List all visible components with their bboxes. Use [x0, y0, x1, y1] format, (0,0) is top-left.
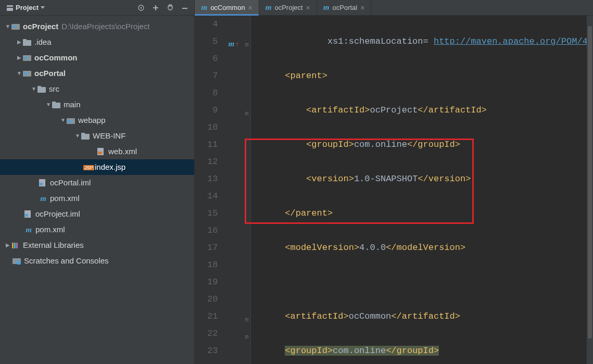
gear-icon[interactable]: [164, 2, 176, 14]
maven-file-icon: m: [323, 3, 330, 12]
tree-item-label: pom.xml: [50, 191, 80, 206]
tree-item-path: D:\IdeaProjects\ocProject: [61, 19, 149, 34]
line-number-gutter: 45 67 89 1011 1213 1415 1617 1819 2021 2…: [195, 16, 226, 364]
svg-point-20: [68, 120, 71, 123]
scratches-icon: [12, 257, 21, 265]
webapp-folder-icon: [67, 117, 75, 124]
tree-item-label: .idea: [34, 34, 52, 50]
tab-ocportal[interactable]: m ocPortal ×: [317, 0, 372, 15]
minimize-icon[interactable]: [179, 2, 191, 14]
module-icon: [23, 70, 31, 77]
tree-item-root[interactable]: ▼ ocProject D:\IdeaProjects\ocProject: [0, 19, 194, 34]
svg-rect-28: [25, 214, 28, 217]
folder-icon: [23, 39, 31, 46]
scrollbar-handle[interactable]: [588, 26, 592, 338]
tree-item-webapp[interactable]: ▼ webapp: [0, 112, 194, 128]
divider-icon: [149, 2, 162, 14]
tree-item-src[interactable]: ▼ src: [0, 81, 194, 97]
fold-icon[interactable]: ⊟: [245, 105, 249, 122]
tree-item-scratches[interactable]: Scratches and Consoles: [0, 253, 194, 269]
project-sidebar: Project ▼ ocProject D:\IdeaProjects\ocPr…: [0, 0, 195, 364]
tree-item-label: ocProject: [23, 19, 58, 34]
svg-rect-5: [155, 5, 156, 10]
module-icon: [11, 23, 20, 30]
tree-item-pom1[interactable]: m pom.xml: [0, 191, 194, 206]
tree-item-label: index.jsp: [95, 159, 125, 175]
maven-file-icon: m: [24, 222, 33, 237]
tab-label: ocCommon: [210, 4, 245, 11]
tree-item-pom2[interactable]: m pom.xml: [0, 222, 194, 237]
module-icon: [23, 54, 31, 61]
sync-icon[interactable]: [135, 2, 147, 14]
svg-rect-31: [16, 243, 18, 248]
editor-area: m ocCommon × m ocProject × m ocPortal × …: [195, 0, 593, 364]
tree-item-label: webapp: [78, 112, 106, 128]
tree-item-label: ocCommon: [34, 50, 78, 66]
tree-item-ocportaliml[interactable]: ocPortal.iml: [0, 175, 194, 191]
fold-icon[interactable]: ⊟: [245, 36, 249, 54]
tree-item-webinf[interactable]: ▼ WEB-INF: [0, 128, 194, 144]
tab-ocproject[interactable]: m ocProject ×: [259, 0, 317, 15]
tree-item-indexjsp[interactable]: JSP index.jsp: [0, 159, 194, 175]
svg-point-3: [141, 7, 142, 8]
folder-icon: [37, 86, 46, 93]
svg-rect-29: [12, 243, 14, 248]
tree-item-label: External Libraries: [23, 237, 84, 253]
xml-file-icon: [97, 147, 105, 156]
svg-rect-16: [37, 86, 41, 89]
svg-rect-18: [52, 102, 56, 104]
svg-rect-30: [14, 243, 16, 248]
chevron-down-icon: [41, 6, 45, 10]
folder-icon: [81, 133, 90, 140]
gutter-markers: m↑ ⊟ ⊟ ⊟ ⊟: [226, 16, 251, 364]
fold-icon[interactable]: ⊟: [245, 311, 249, 329]
tree-item-idea[interactable]: ▶ .idea: [0, 34, 194, 50]
iml-file-icon: [39, 179, 47, 187]
tree-item-label: pom.xml: [35, 222, 65, 237]
tree-item-label: WEB-INF: [93, 128, 125, 144]
svg-rect-24: [98, 152, 102, 154]
tab-close-icon[interactable]: ×: [248, 4, 253, 12]
editor-tabs: m ocCommon × m ocProject × m ocPortal ×: [195, 0, 593, 16]
project-tree: ▼ ocProject D:\IdeaProjects\ocProject ▶ …: [0, 16, 194, 269]
svg-rect-22: [81, 133, 85, 135]
svg-rect-8: [12, 26, 15, 28]
tree-item-label: Scratches and Consoles: [24, 253, 109, 269]
tab-label: ocProject: [274, 4, 302, 11]
fold-icon[interactable]: ⊟: [245, 329, 249, 346]
libraries-icon: [11, 242, 20, 249]
project-toolbar: Project: [0, 0, 194, 16]
tree-item-label: src: [49, 81, 59, 97]
svg-rect-1: [7, 8, 13, 11]
tab-close-icon[interactable]: ×: [360, 4, 364, 12]
svg-rect-6: [182, 8, 187, 9]
tree-item-main[interactable]: ▼ main: [0, 97, 194, 112]
svg-rect-14: [24, 72, 27, 74]
tree-item-label: web.xml: [108, 144, 137, 159]
tree-item-extlibs[interactable]: ▶ External Libraries: [0, 237, 194, 253]
tab-label: ocPortal: [333, 4, 358, 11]
tree-item-webxml[interactable]: web.xml: [0, 144, 194, 159]
svg-rect-10: [23, 39, 27, 42]
project-title: Project: [16, 4, 39, 11]
tree-item-ocprojectiml[interactable]: ocProject.iml: [0, 206, 194, 222]
tree-item-ocportal[interactable]: ▼ ocPortal: [0, 66, 194, 81]
svg-rect-0: [7, 5, 13, 7]
tree-item-label: main: [64, 97, 81, 112]
modified-marker-icon: m↑: [228, 35, 238, 53]
svg-rect-26: [40, 183, 43, 185]
tab-occommon[interactable]: m ocCommon ×: [195, 0, 259, 15]
tree-item-occommon[interactable]: ▶ ocCommon: [0, 50, 194, 66]
code-editor[interactable]: 45 67 89 1011 1213 1415 1617 1819 2021 2…: [195, 16, 593, 364]
tab-close-icon[interactable]: ×: [306, 4, 310, 12]
tree-item-label: ocPortal.iml: [50, 175, 91, 191]
folder-icon: [52, 102, 60, 108]
project-dropdown[interactable]: Project: [3, 3, 48, 12]
vertical-scrollbar[interactable]: [587, 16, 593, 364]
svg-rect-12: [24, 57, 27, 59]
iml-file-icon: [24, 210, 32, 218]
project-icon: [6, 4, 14, 11]
tree-item-label: ocPortal: [34, 66, 66, 81]
code-content[interactable]: xs1:schemaLocation= http://maven.apache.…: [251, 16, 593, 364]
maven-file-icon: m: [39, 191, 48, 206]
